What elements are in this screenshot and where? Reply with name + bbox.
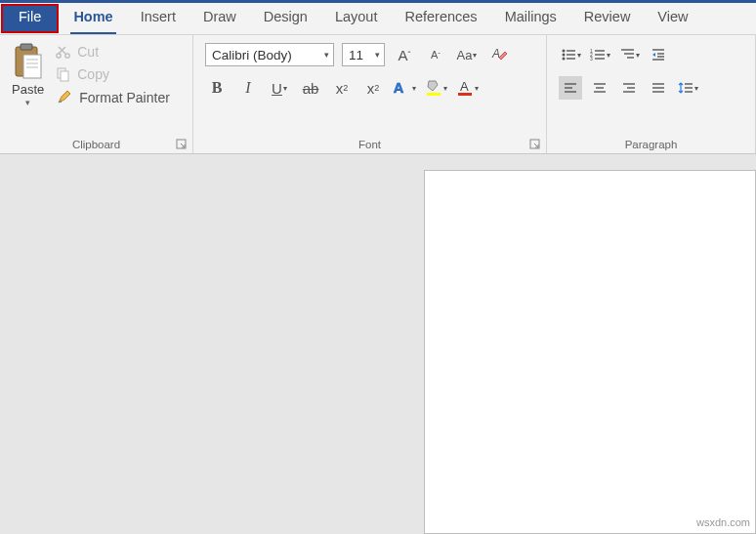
- copy-label: Copy: [77, 66, 109, 82]
- ribbon-tabs: File Home Insert Draw Design Layout Refe…: [0, 3, 756, 35]
- tab-view[interactable]: View: [644, 3, 701, 34]
- copy-button[interactable]: Copy: [50, 63, 176, 85]
- paste-icon: [13, 43, 44, 80]
- scissors-icon: [56, 44, 71, 60]
- svg-rect-13: [427, 93, 441, 96]
- paste-label: Paste: [12, 82, 44, 97]
- tab-layout[interactable]: Layout: [321, 3, 392, 34]
- brush-icon: [56, 89, 73, 106]
- align-right-icon: [621, 80, 637, 96]
- document-area: [0, 154, 756, 534]
- svg-point-19: [562, 54, 565, 57]
- subscript-button[interactable]: x2: [330, 76, 354, 100]
- strikethrough-button[interactable]: ab: [299, 76, 322, 100]
- tab-design[interactable]: Design: [250, 3, 321, 34]
- svg-rect-1: [21, 44, 32, 50]
- ribbon: Paste ▾ Cut Copy Format Painter Clipbo: [0, 35, 756, 154]
- svg-point-6: [57, 54, 61, 58]
- line-spacing-button[interactable]: ▾: [676, 76, 699, 100]
- svg-point-17: [562, 50, 565, 53]
- shrink-font-button[interactable]: Aˇ: [424, 43, 447, 66]
- line-spacing-icon: [678, 80, 693, 96]
- paste-dropdown-icon[interactable]: ▾: [25, 98, 30, 107]
- group-clipboard: Paste ▾ Cut Copy Format Painter Clipbo: [0, 35, 193, 153]
- multilevel-list-button[interactable]: ▾: [617, 43, 641, 66]
- cut-label: Cut: [77, 44, 99, 60]
- document-page[interactable]: [424, 170, 756, 534]
- cut-button[interactable]: Cut: [50, 41, 176, 62]
- svg-rect-15: [458, 93, 472, 96]
- align-left-button[interactable]: [559, 76, 582, 100]
- text-effects-button[interactable]: A▾: [393, 76, 416, 100]
- font-color-icon: A: [456, 79, 474, 97]
- tab-file[interactable]: File: [1, 4, 59, 33]
- format-painter-label: Format Painter: [79, 90, 170, 105]
- tab-references[interactable]: References: [391, 3, 490, 34]
- tab-home[interactable]: Home: [60, 3, 126, 34]
- grow-font-button[interactable]: Aˆ: [393, 43, 416, 66]
- font-size-value: 11: [349, 48, 363, 62]
- font-color-button[interactable]: A▾: [455, 76, 479, 100]
- paste-button[interactable]: Paste ▾: [6, 39, 50, 136]
- svg-rect-9: [61, 71, 68, 81]
- tab-mailings[interactable]: Mailings: [491, 3, 570, 34]
- tab-insert[interactable]: Insert: [127, 3, 189, 34]
- italic-button[interactable]: I: [236, 76, 260, 100]
- svg-text:A: A: [460, 79, 469, 94]
- svg-point-7: [65, 54, 69, 58]
- clipboard-dialog-launcher-icon[interactable]: [176, 139, 187, 149]
- svg-text:A: A: [491, 47, 500, 61]
- group-font: Calibri (Body) ▾ 11 ▾ Aˆ Aˇ Aa▾ A B: [193, 35, 547, 153]
- align-left-icon: [563, 80, 578, 96]
- svg-point-21: [562, 58, 565, 61]
- underline-button[interactable]: U▾: [268, 76, 291, 100]
- bold-button[interactable]: B: [205, 76, 229, 100]
- format-painter-button[interactable]: Format Painter: [50, 86, 176, 109]
- clear-formatting-button[interactable]: A: [486, 43, 510, 66]
- align-center-button[interactable]: [588, 76, 611, 100]
- change-case-button[interactable]: Aa▾: [455, 43, 479, 66]
- font-group-label: Font: [199, 136, 540, 153]
- svg-rect-2: [23, 55, 41, 78]
- numbering-button[interactable]: 123▾: [588, 43, 611, 66]
- font-name-value: Calibri (Body): [212, 48, 292, 62]
- font-name-combo[interactable]: Calibri (Body) ▾: [205, 43, 334, 66]
- svg-text:3: 3: [590, 56, 593, 62]
- justify-button[interactable]: [647, 76, 670, 100]
- chevron-down-icon: ▾: [375, 50, 380, 60]
- align-center-icon: [592, 80, 608, 96]
- tab-draw[interactable]: Draw: [189, 3, 250, 34]
- clipboard-group-label: Clipboard: [6, 136, 187, 153]
- group-paragraph: ▾ 123▾ ▾ ▾ Paragraph: [547, 35, 756, 153]
- decrease-indent-button[interactable]: [647, 43, 670, 66]
- multilevel-icon: [619, 47, 635, 62]
- justify-icon: [651, 80, 666, 96]
- watermark: wsxdn.com: [696, 516, 750, 528]
- eraser-a-icon: A: [488, 45, 508, 64]
- bullets-icon: [561, 47, 576, 62]
- font-size-combo[interactable]: 11 ▾: [342, 43, 385, 66]
- paragraph-group-label: Paragraph: [553, 136, 749, 153]
- superscript-button[interactable]: x2: [361, 76, 385, 100]
- highlight-icon: [425, 79, 442, 97]
- bullets-button[interactable]: ▾: [559, 43, 582, 66]
- text-effects-icon: A: [393, 78, 411, 98]
- highlight-button[interactable]: ▾: [424, 76, 447, 100]
- align-right-button[interactable]: [617, 76, 641, 100]
- tab-review[interactable]: Review: [570, 3, 645, 34]
- numbering-icon: 123: [590, 47, 606, 62]
- svg-text:A: A: [394, 80, 404, 96]
- font-dialog-launcher-icon[interactable]: [529, 139, 540, 149]
- chevron-down-icon: ▾: [324, 50, 329, 60]
- copy-icon: [56, 66, 71, 82]
- outdent-icon: [651, 47, 666, 62]
